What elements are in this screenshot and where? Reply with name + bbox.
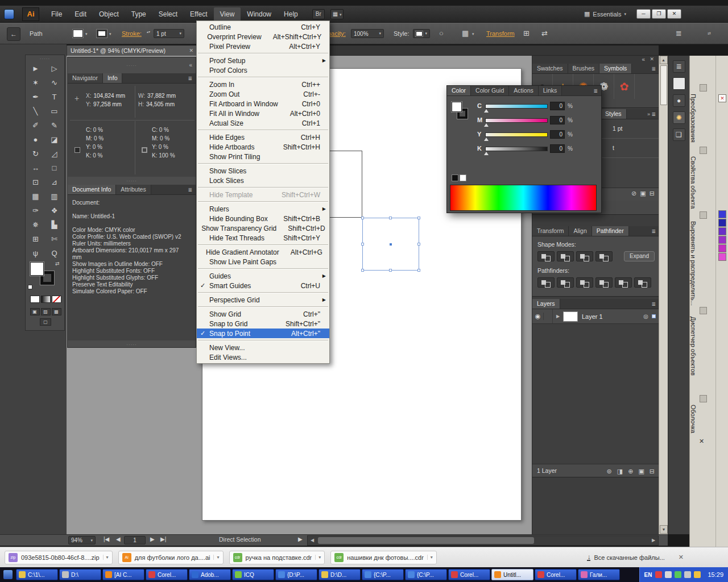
delete-layer-button[interactable]: ⊟ bbox=[650, 468, 655, 475]
selection-handle[interactable] bbox=[361, 217, 364, 219]
duplicate-icon[interactable]: ▣ bbox=[640, 190, 646, 197]
tab-align[interactable]: Align bbox=[569, 226, 592, 236]
view-menu-item-new-view[interactable]: New View... bbox=[197, 343, 329, 352]
k-value-field[interactable]: 0 bbox=[550, 144, 565, 153]
palette-color-swatch[interactable] bbox=[718, 244, 726, 252]
quick-launch-icon[interactable] bbox=[3, 570, 13, 579]
none-button[interactable] bbox=[52, 296, 61, 303]
red-flower-symbol[interactable]: ✿ bbox=[614, 74, 635, 99]
scale-tool[interactable]: ◿ bbox=[45, 147, 64, 161]
show-all-downloads[interactable]: ↓ Все скачанные файлы... bbox=[587, 554, 664, 561]
m-value-field[interactable]: 0 bbox=[550, 116, 565, 124]
taskbar-button-d[interactable]: D:\ bbox=[59, 569, 101, 580]
view-menu-item-smart-guides[interactable]: ✓Smart GuidesCtrl+U bbox=[197, 281, 329, 290]
document-tab[interactable]: Untitled-1* @ 94% (CMYK/Preview) ✕ bbox=[67, 45, 197, 56]
pathfinder-minus-back-button[interactable] bbox=[634, 277, 651, 288]
zoom-level-combo[interactable]: 94%▾ bbox=[68, 536, 96, 544]
slider-thumb[interactable] bbox=[484, 123, 489, 127]
view-menu-item-lock-slices[interactable]: Lock Slices bbox=[197, 176, 329, 185]
selected-rectangle[interactable] bbox=[362, 218, 419, 271]
layer-row[interactable]: ◉ ▶ Layer 1 ◎ bbox=[532, 309, 659, 324]
selection-handle[interactable] bbox=[417, 243, 420, 246]
eraser-tool[interactable]: ◪ bbox=[45, 132, 64, 147]
menu-object[interactable]: Object bbox=[93, 7, 125, 21]
perspective-grid-tool[interactable]: ⊿ bbox=[45, 175, 64, 189]
view-menu-item-perspective-grid[interactable]: Perspective Grid▶ bbox=[197, 295, 329, 305]
taskbar-button-adob[interactable]: Adob... bbox=[189, 569, 231, 580]
stepper-icon[interactable]: ▴▾ bbox=[147, 30, 150, 34]
scrollbar-thumb[interactable] bbox=[660, 65, 667, 105]
screen-mode-button[interactable]: ▢ bbox=[39, 315, 52, 326]
free-transform-tool[interactable]: □ bbox=[45, 161, 64, 175]
pathfinder-trim-button[interactable] bbox=[557, 277, 574, 288]
direct-selection-tool[interactable]: ▷ bbox=[45, 61, 64, 76]
last-artboard-button[interactable]: ▶| bbox=[160, 536, 166, 542]
lasso-tool[interactable]: ∿ bbox=[45, 76, 64, 90]
collapse-dock-icon[interactable]: « bbox=[642, 56, 645, 63]
close-button[interactable]: ✕ bbox=[667, 9, 681, 19]
rectangle-tool[interactable]: ▭ bbox=[45, 104, 64, 118]
artboard-tool[interactable]: ⊞ bbox=[26, 232, 45, 246]
taskbar-button-d-d[interactable]: D:\D... bbox=[318, 569, 361, 580]
blob-brush-tool[interactable]: ● bbox=[26, 132, 45, 147]
tab-attributes[interactable]: Attributes bbox=[116, 185, 151, 194]
view-menu-item-actual-size[interactable]: Actual SizeCtrl+1 bbox=[197, 118, 329, 128]
close-downloads-icon[interactable]: ✕ bbox=[679, 554, 684, 561]
scrollbar-thumb[interactable] bbox=[318, 537, 534, 544]
taskbar-button-corel[interactable]: Corel... bbox=[535, 569, 577, 580]
download-item[interactable]: zip093e5815-0b80-46cf-8....zip▾ bbox=[5, 551, 113, 564]
panel-menu-icon[interactable]: ≣ bbox=[590, 86, 601, 95]
swap-fill-stroke-icon[interactable]: ⇄ bbox=[55, 261, 60, 267]
panel-menu-icon[interactable]: ≣ bbox=[648, 64, 659, 73]
hand-tool[interactable]: ψ bbox=[26, 246, 45, 260]
expand-layer-icon[interactable]: ▶ bbox=[553, 314, 563, 319]
c-value-field[interactable]: 0 bbox=[550, 102, 565, 110]
taskbar-button-c-p[interactable]: {C:\P... bbox=[362, 569, 404, 580]
tab-actions[interactable]: Actions bbox=[509, 86, 538, 95]
download-item[interactable]: Aiдля футболки лого да....ai▾ bbox=[118, 551, 224, 564]
tab-swatches[interactable]: Swatches bbox=[532, 64, 568, 73]
transform-panel-link[interactable]: Transform bbox=[486, 30, 515, 37]
layer-name[interactable]: Layer 1 bbox=[582, 313, 643, 320]
shape-mode-unite-button[interactable] bbox=[537, 251, 555, 261]
chevron-down-icon[interactable]: ▾ bbox=[472, 32, 474, 36]
dock-menu-icon[interactable]: ≣ bbox=[673, 60, 685, 73]
blend-tool[interactable]: ❖ bbox=[45, 203, 64, 218]
menu-help[interactable]: Help bbox=[278, 7, 304, 21]
c-slider-track[interactable] bbox=[485, 104, 548, 109]
menu-type[interactable]: Type bbox=[125, 7, 152, 21]
tab-navigator[interactable]: Navigator bbox=[68, 73, 103, 83]
menu-edit[interactable]: Edit bbox=[68, 7, 93, 21]
view-menu-item-hide-edges[interactable]: Hide EdgesCtrl+H bbox=[197, 132, 329, 142]
fill-proxy[interactable] bbox=[452, 102, 462, 112]
menu-select[interactable]: Select bbox=[152, 7, 184, 21]
target-icon[interactable]: ◎ bbox=[643, 313, 648, 319]
tab-color[interactable]: Color bbox=[447, 86, 471, 95]
stroke-weight-combo[interactable]: 1 pt▾ bbox=[154, 29, 184, 38]
back-button[interactable]: ← bbox=[7, 27, 20, 41]
close-docker-icon[interactable]: ✕ bbox=[699, 438, 704, 445]
pencil-tool[interactable]: ✎ bbox=[45, 118, 64, 132]
view-menu-item-zoom-in[interactable]: Zoom InCtrl++ bbox=[197, 80, 329, 89]
delete-icon[interactable]: ⊟ bbox=[650, 190, 655, 197]
slider-thumb[interactable] bbox=[484, 138, 489, 141]
collapsed-appearance-icon[interactable]: ✺ bbox=[673, 111, 685, 124]
chevron-down-icon[interactable]: ▾ bbox=[109, 32, 111, 36]
selection-handle[interactable] bbox=[361, 269, 364, 272]
workspace-switcher[interactable]: ▦ Essentials ▾ bbox=[584, 10, 626, 18]
previous-artboard-button[interactable]: ◀ bbox=[116, 536, 121, 542]
restore-button[interactable]: ❐ bbox=[652, 9, 666, 19]
artboard-number-field[interactable]: 1 bbox=[124, 536, 146, 544]
view-menu-item-edit-views[interactable]: Edit Views... bbox=[197, 352, 329, 362]
lock-toggle[interactable] bbox=[544, 309, 553, 323]
scroll-down-icon[interactable]: ▼ bbox=[660, 525, 668, 534]
view-menu-item-rulers[interactable]: Rulers▶ bbox=[197, 204, 329, 214]
scroll-left-icon[interactable]: ◀ bbox=[308, 537, 316, 544]
menu-window[interactable]: Window bbox=[241, 7, 278, 21]
black-swatch[interactable] bbox=[452, 174, 458, 181]
y-slider-track[interactable] bbox=[485, 132, 548, 137]
view-menu-item-show-transparency-grid[interactable]: Show Transparency GridShift+Ctrl+D bbox=[197, 223, 329, 233]
palette-color-swatch[interactable] bbox=[718, 253, 726, 261]
fill-color-box[interactable] bbox=[30, 262, 44, 276]
tab-color-guid[interactable]: Color Guid bbox=[471, 86, 509, 95]
